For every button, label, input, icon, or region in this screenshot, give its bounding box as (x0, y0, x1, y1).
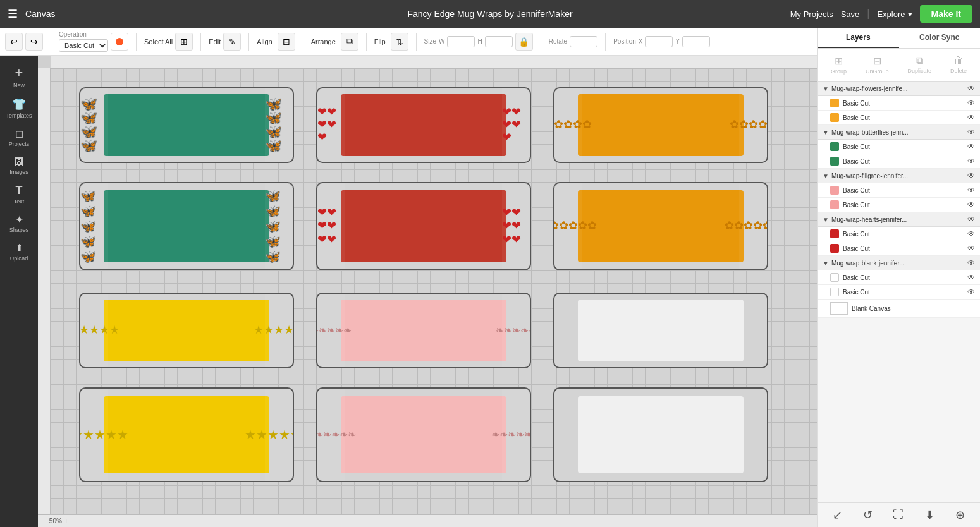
eye-icon[interactable]: 👁 (967, 142, 975, 151)
layer-item-hearts-2[interactable]: Basic Cut 👁 (818, 241, 980, 256)
layer-item-butterflies-1[interactable]: Basic Cut 👁 (818, 140, 980, 154)
layer-group-filigree: ▼ Mug-wrap-filigree-jennifer... 👁 Basic … (818, 169, 980, 212)
eye-icon[interactable]: 👁 (967, 99, 975, 107)
height-input[interactable] (485, 36, 513, 47)
layer-item-blank-2[interactable]: Basic Cut 👁 (818, 285, 980, 300)
layer-group-butterflies-header[interactable]: ▼ Mug-wrap-butterflies-jenn... 👁 (818, 125, 980, 140)
layer-item-blank-1[interactable]: Basic Cut 👁 (818, 270, 980, 285)
eye-icon[interactable]: 👁 (967, 113, 975, 122)
sidebar-item-text[interactable]: T Text (2, 180, 36, 209)
mug-wrap-teal-butterfly-1[interactable]: 🦋🦋🦋🦋 🦋🦋🦋🦋 (79, 87, 294, 163)
sidebar-item-upload[interactable]: ⬆ Upload (2, 238, 36, 265)
select-all-btn[interactable]: Select All (144, 38, 173, 45)
sidebar-item-projects[interactable]: ◻ Projects (2, 124, 36, 151)
layer-item-flowers-2[interactable]: Basic Cut 👁 (818, 111, 980, 125)
operation-select[interactable]: Basic Cut (59, 39, 108, 52)
mug-wrap-teal-butterfly-2[interactable]: 🦋🦋🦋🦋🦋 🦋🦋🦋🦋🦋 (79, 182, 294, 270)
layer-group-butterflies: ▼ Mug-wrap-butterflies-jenn... 👁 Basic C… (818, 125, 980, 169)
group-button[interactable]: ⊞ Group (827, 52, 850, 77)
edit-btn[interactable]: Edit (209, 38, 221, 45)
right-bottom-icon-3[interactable]: ⛶ (893, 508, 904, 522)
save-button[interactable]: Save (841, 9, 860, 19)
canvas-content[interactable]: 🦋🦋🦋🦋 🦋🦋🦋🦋 ❤❤❤❤❤ ❤❤❤❤❤ (51, 68, 817, 514)
mug-wrap-blank-1[interactable] (553, 293, 768, 368)
sidebar-item-new[interactable]: + New (2, 61, 36, 92)
flip-icon[interactable]: ⇅ (391, 33, 408, 51)
eye-icon[interactable]: 👁 (967, 288, 975, 296)
x-input[interactable] (645, 36, 673, 47)
sidebar-item-images[interactable]: 🖼 Images (2, 152, 36, 179)
toolbar-sep-9 (605, 33, 606, 51)
eye-icon-butterflies[interactable]: 👁 (967, 128, 975, 136)
select-all-icon[interactable]: ⊞ (175, 33, 193, 51)
make-it-button[interactable]: Make It (920, 5, 972, 23)
layer-group-blank-header[interactable]: ▼ Mug-wrap-blank-jennifer... 👁 (818, 256, 980, 270)
eye-icon[interactable]: 👁 (967, 244, 975, 253)
layer-item-flowers-1[interactable]: Basic Cut 👁 (818, 96, 980, 111)
templates-icon: 👕 (12, 97, 26, 111)
right-panel-bottom-actions: ↙ ↺ ⛶ ⬇ ⊕ (818, 502, 980, 527)
my-projects-btn[interactable]: My Projects (790, 9, 833, 19)
rotate-input[interactable] (570, 36, 597, 47)
sidebar-item-shapes[interactable]: ✦ Shapes (2, 210, 36, 237)
blank-canvas-item[interactable]: Blank Canvas (818, 300, 980, 318)
eye-icon-hearts[interactable]: 👁 (967, 215, 975, 224)
layer-group-filigree-header[interactable]: ▼ Mug-wrap-filigree-jennifer... 👁 (818, 169, 980, 183)
zoom-out-btn[interactable]: − (43, 518, 47, 524)
layer-item-filigree-1[interactable]: Basic Cut 👁 (818, 183, 980, 198)
layer-group-filigree-name: Mug-wrap-filigree-jennifer... (831, 173, 965, 179)
undo-button[interactable]: ↩ (5, 33, 23, 51)
layer-group-flowers-header[interactable]: ▼ Mug-wrap-flowers-jennife... 👁 (818, 82, 980, 96)
mug-wrap-yellow-stars-2[interactable]: ★★★★★★ ★★★★★★ (79, 387, 294, 482)
toolbar-sep-4 (248, 33, 249, 51)
eye-icon[interactable]: 👁 (967, 186, 975, 195)
lock-aspect-btn[interactable]: 🔒 (515, 33, 533, 51)
mug-wrap-pink-filigree-1[interactable]: ❧❧❧❧❧ ❧❧❧❧❧ (316, 293, 531, 368)
tab-layers[interactable]: Layers (818, 28, 899, 48)
menu-icon[interactable]: ☰ (8, 7, 18, 21)
explore-button[interactable]: Explore ▾ (877, 9, 912, 19)
mug-wrap-red-hearts-1[interactable]: ❤❤❤❤❤ ❤❤❤❤❤ (316, 87, 531, 163)
delete-button[interactable]: 🗑 Delete (946, 52, 971, 77)
mug-wrap-orange-flowers-1[interactable]: ✿✿✿✿✿ ✿✿✿✿✿ (553, 87, 768, 163)
right-bottom-icon-4[interactable]: ⬇ (925, 508, 934, 522)
align-icon[interactable]: ⊟ (278, 33, 295, 51)
tab-color-sync[interactable]: Color Sync (899, 28, 981, 48)
arrange-icon[interactable]: ⧉ (341, 33, 358, 51)
zoom-in-btn[interactable]: + (64, 518, 68, 524)
mug-wrap-pink-filigree-2[interactable]: ❧❧❧❧❧❧ ❧❧❧❧❧❧ (316, 387, 531, 482)
layer-group-hearts-header[interactable]: ▼ Mug-wrap-hearts-jennifer... 👁 (818, 212, 980, 227)
right-bottom-icon-5[interactable]: ⊕ (955, 508, 965, 522)
duplicate-button[interactable]: ⧉ Duplicate (903, 52, 935, 77)
ungroup-button[interactable]: ⊟ UnGroup (862, 52, 893, 77)
layer-group-blank-name: Mug-wrap-blank-jennifer... (831, 260, 965, 267)
canvas-area: 🦋🦋🦋🦋 🦋🦋🦋🦋 ❤❤❤❤❤ ❤❤❤❤❤ (38, 56, 817, 527)
operation-color-btn[interactable] (111, 33, 128, 51)
right-bottom-icon-1[interactable]: ↙ (833, 508, 842, 522)
y-input[interactable] (682, 36, 710, 47)
eye-icon-flowers[interactable]: 👁 (967, 84, 975, 93)
eye-icon[interactable]: 👁 (967, 157, 975, 166)
mug-wrap-orange-flowers-2[interactable]: ✿✿✿✿✿✿ ✿✿✿✿✿✿ (553, 182, 768, 270)
align-btn[interactable]: Align (257, 38, 272, 45)
redo-button[interactable]: ↪ (25, 33, 43, 51)
eye-icon[interactable]: 👁 (967, 200, 975, 209)
arrange-btn[interactable]: Arrange (311, 38, 336, 45)
right-bottom-icon-2[interactable]: ↺ (863, 508, 873, 522)
plus-icon: + (15, 64, 23, 81)
mug-wrap-blank-2[interactable] (553, 387, 768, 482)
sidebar-item-templates[interactable]: 👕 Templates (2, 94, 36, 123)
flip-btn[interactable]: Flip (374, 38, 386, 45)
layer-item-filigree-2[interactable]: Basic Cut 👁 (818, 198, 980, 212)
edit-icon[interactable]: ✎ (223, 33, 241, 51)
mug-wrap-yellow-stars-1[interactable]: ★★★★★ ★★★★★ (79, 293, 294, 368)
width-input[interactable] (447, 36, 475, 47)
eye-icon-filigree[interactable]: 👁 (967, 171, 975, 180)
layer-item-butterflies-2[interactable]: Basic Cut 👁 (818, 154, 980, 169)
eye-icon[interactable]: 👁 (967, 273, 975, 282)
mug-wrap-red-hearts-2[interactable]: ❤❤❤❤❤❤ ❤❤❤❤❤❤ (316, 182, 531, 270)
layer-item-hearts-1[interactable]: Basic Cut 👁 (818, 227, 980, 241)
zoom-level[interactable]: 50% (49, 518, 62, 524)
eye-icon[interactable]: 👁 (967, 229, 975, 238)
eye-icon-blank[interactable]: 👁 (967, 258, 975, 267)
